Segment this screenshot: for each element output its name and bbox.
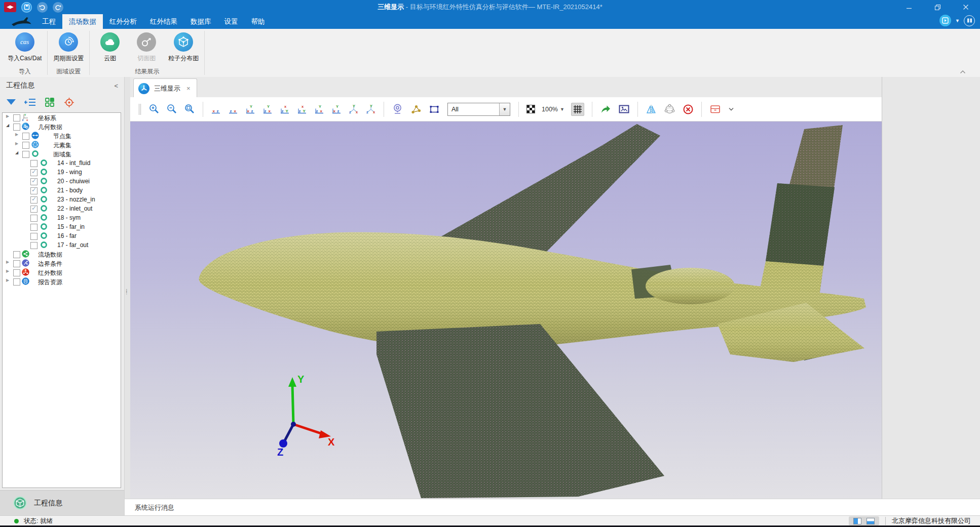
- app-icon[interactable]: [4, 2, 16, 12]
- menu-item-2[interactable]: 流场数据: [62, 14, 103, 29]
- mirror-icon[interactable]: [646, 104, 657, 114]
- grid-icon[interactable]: [571, 103, 584, 116]
- view-iso-2-icon[interactable]: Y z x: [366, 104, 376, 114]
- tree-checkbox[interactable]: [13, 114, 20, 121]
- view-iso-1-icon[interactable]: Y z x: [349, 104, 359, 114]
- tree-item--[interactable]: ▶节点集: [3, 131, 121, 140]
- close-button[interactable]: [952, 0, 980, 14]
- tree-checkbox[interactable]: [22, 151, 29, 158]
- camera-icon[interactable]: [392, 103, 403, 115]
- checkerboard-icon[interactable]: [526, 105, 535, 113]
- expander-collapsed-icon[interactable]: ▶: [6, 114, 9, 118]
- panel-bottom-tab[interactable]: 工程信息: [0, 490, 124, 515]
- save-button[interactable]: [21, 2, 32, 13]
- menu-item-3[interactable]: 红外分析: [103, 14, 143, 29]
- tree-item-17-far_out[interactable]: 17 - far_out: [3, 240, 121, 250]
- zoom-out-icon[interactable]: [167, 104, 177, 114]
- tree-item--[interactable]: ◢几何数据: [3, 122, 121, 131]
- expander-expanded-icon[interactable]: ◢: [15, 150, 18, 155]
- expander-expanded-icon[interactable]: ◢: [6, 123, 9, 128]
- tree-checkbox[interactable]: [30, 242, 37, 249]
- view-rot-1-icon[interactable]: Y z x: [314, 104, 324, 114]
- sphere-mesh-icon[interactable]: [664, 103, 675, 115]
- display-filter-combobox[interactable]: All ▼: [447, 103, 510, 116]
- tree-item-18-sym[interactable]: 18 - sym: [3, 213, 121, 222]
- tree-item-20-chuiwei[interactable]: ✓20 - chuiwei: [3, 177, 121, 186]
- expander-collapsed-icon[interactable]: ▶: [6, 278, 9, 282]
- menu-item-1[interactable]: 工程: [35, 14, 62, 29]
- tree-item-15-far_in[interactable]: 15 - far_in: [3, 222, 121, 231]
- tree-item-16-far[interactable]: 16 - far: [3, 231, 121, 240]
- tree-item--[interactable]: ▶红外数据: [3, 268, 121, 277]
- tree-item--[interactable]: ▶元素集: [3, 140, 121, 149]
- tree-checkbox[interactable]: [13, 269, 20, 276]
- zoom-fit-icon[interactable]: [184, 104, 195, 114]
- tree-item--[interactable]: ▶Yzx坐标系: [3, 113, 121, 122]
- menu-item-6[interactable]: 设置: [218, 14, 245, 29]
- package-icon[interactable]: [709, 104, 721, 114]
- tree-checkbox[interactable]: [30, 233, 37, 240]
- panel-collapse-icon[interactable]: <: [114, 82, 118, 90]
- menu-item-4[interactable]: 红外结果: [143, 14, 184, 29]
- tab-close-icon[interactable]: ×: [186, 85, 191, 92]
- tree-checkbox[interactable]: [22, 142, 29, 149]
- tree-item--[interactable]: ▶边界条件: [3, 259, 121, 268]
- tree-item--[interactable]: ▶报告资源: [3, 277, 121, 286]
- tree-checkbox[interactable]: ✓: [30, 206, 37, 213]
- menu-item-7[interactable]: 帮助: [245, 14, 272, 29]
- ribbon-button-period[interactable]: 周期面设置: [51, 31, 86, 63]
- splitter-handle[interactable]: ⁝⁝: [126, 290, 127, 294]
- menu-item-5[interactable]: 数据库: [184, 14, 218, 29]
- dropdown-caret-icon[interactable]: ▼: [955, 18, 960, 23]
- view-bottom-icon[interactable]: x z Y: [297, 104, 307, 114]
- tree-checkbox[interactable]: ✓: [30, 169, 37, 176]
- ribbon-button-cloud[interactable]: 云图: [93, 31, 127, 63]
- media-panel-icon[interactable]: [939, 15, 951, 26]
- ribbon-button-cas[interactable]: cas 导入Cas/Dat: [5, 31, 44, 63]
- tree-checkbox[interactable]: ✓: [30, 196, 37, 204]
- select-rect-icon[interactable]: [429, 104, 440, 115]
- panel-splitter[interactable]: ⁝⁝: [125, 77, 130, 499]
- view-right-icon[interactable]: Y z x: [262, 104, 273, 114]
- tree-item-22-inlet_out[interactable]: ✓22 - inlet_out: [3, 204, 121, 213]
- export-arrow-icon[interactable]: [600, 104, 611, 115]
- tree-checkbox[interactable]: [13, 278, 20, 286]
- zoom-in-icon[interactable]: [149, 104, 160, 114]
- view-back-icon[interactable]: z x: [228, 104, 238, 114]
- expander-collapsed-icon[interactable]: ▶: [15, 132, 18, 137]
- layout-split-vertical-icon[interactable]: [853, 518, 861, 524]
- tree-checkbox[interactable]: [30, 160, 37, 167]
- undo-button[interactable]: [37, 2, 48, 13]
- minimize-button[interactable]: [895, 0, 923, 14]
- combobox-arrow-icon[interactable]: ▼: [499, 103, 510, 115]
- cancel-icon[interactable]: [683, 104, 694, 115]
- view-left-icon[interactable]: Y x z: [245, 104, 255, 114]
- tree-item-19-wing[interactable]: ✓19 - wing: [3, 168, 121, 177]
- tree-checkbox[interactable]: [22, 133, 29, 140]
- expander-collapsed-icon[interactable]: ▶: [6, 260, 9, 264]
- ribbon-button-particle[interactable]: 粒子分布图: [166, 31, 201, 63]
- chevron-down-icon[interactable]: [728, 107, 734, 111]
- grid-squares-icon[interactable]: [44, 96, 56, 108]
- layout-split-horizontal-icon[interactable]: [866, 518, 875, 524]
- tree-item--[interactable]: 流场数据: [3, 250, 121, 259]
- expander-collapsed-icon[interactable]: ▶: [15, 141, 18, 146]
- molecule-icon[interactable]: [410, 104, 422, 115]
- tree-checkbox[interactable]: ✓: [30, 187, 37, 194]
- 3d-viewport[interactable]: Y X Z: [130, 121, 882, 499]
- tree-checkbox[interactable]: [13, 260, 20, 267]
- tree-checkbox[interactable]: [13, 124, 20, 131]
- locate-target-icon[interactable]: [63, 96, 75, 108]
- view-front-icon[interactable]: x z: [211, 104, 221, 114]
- tab-3d-view[interactable]: 三维显示 ×: [133, 78, 197, 98]
- tree-item--[interactable]: ◢面域集: [3, 149, 121, 158]
- tree-checkbox[interactable]: ✓: [30, 178, 37, 185]
- view-top-icon[interactable]: x z Y: [280, 104, 290, 114]
- outline-list-icon[interactable]: [24, 96, 36, 108]
- tree-item-14-int_fluid[interactable]: 14 - int_fluid: [3, 158, 121, 168]
- view-rot-2-icon[interactable]: Y x z: [331, 104, 342, 114]
- snapshot-icon[interactable]: [618, 104, 630, 114]
- tree-item-23-nozzle_in[interactable]: ✓23 - nozzle_in: [3, 195, 121, 204]
- tree-checkbox[interactable]: [30, 224, 37, 231]
- zoom-level-dropdown[interactable]: 100%▼: [542, 106, 564, 113]
